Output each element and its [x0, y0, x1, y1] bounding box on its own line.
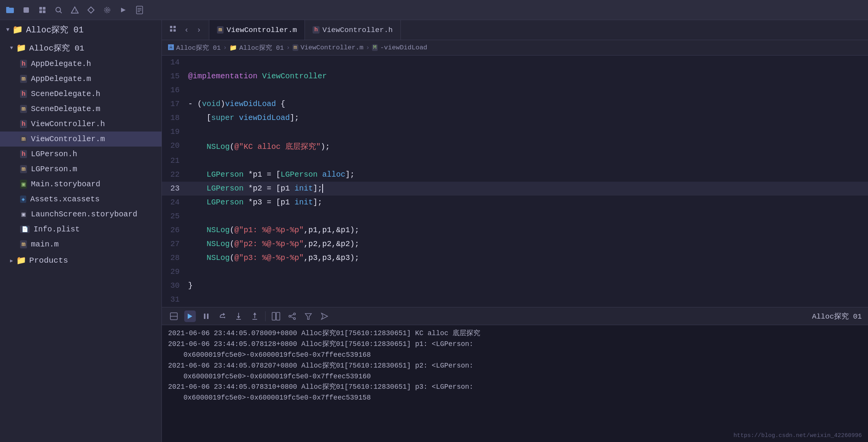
file-label: Info.plist — [34, 225, 80, 234]
sidebar-item-main-m[interactable]: m main.m — [0, 237, 161, 252]
code-line-21: 21 — [162, 154, 868, 168]
code-line-23: 23 LGPerson *p2 = [p1 init]; — [162, 182, 868, 196]
line-num-14: 14 — [162, 56, 185, 69]
sidebar-item-main-storyboard[interactable]: ▣ Main.storyboard — [0, 177, 161, 192]
project-root-label: Alloc探究 01 — [26, 24, 84, 35]
stop-toolbar-icon[interactable] — [21, 5, 32, 15]
code-line-30: 30 } — [162, 279, 868, 293]
sb-file-icon: ▣ — [20, 180, 27, 189]
line-content-21 — [185, 154, 868, 159]
split-console-icon[interactable] — [270, 310, 282, 322]
svg-marker-32 — [237, 316, 240, 319]
sidebar-group-alloc[interactable]: ▼ 📁 Alloc探究 01 — [0, 39, 161, 56]
editor-area: ‹ › m ViewController.m h ViewController.… — [162, 20, 868, 442]
tab-grid-icon[interactable] — [167, 24, 179, 36]
doc-toolbar-icon[interactable] — [134, 5, 145, 15]
console-layout-icon[interactable] — [168, 310, 180, 322]
search-toolbar-icon[interactable] — [53, 5, 64, 15]
arrow-right-toolbar-icon[interactable] — [118, 5, 129, 15]
breadcrumb-func-icon: M — [372, 44, 378, 51]
folder-toolbar-icon[interactable] — [5, 5, 15, 15]
svg-line-43 — [291, 317, 294, 318]
breadcrumb-sep1: › — [223, 44, 227, 51]
breadcrumb-sep3: › — [366, 44, 370, 51]
file-label: main.m — [31, 240, 59, 249]
products-triangle-icon: ▶ — [10, 258, 13, 264]
breadcrumb-xcode-icon: 🅰 — [168, 44, 174, 51]
plist-file-icon: 📄 — [20, 226, 30, 233]
svg-rect-38 — [276, 312, 280, 320]
line-content-27: NSLog(@"p2: %@-%p-%p",p2,p2,&p2); — [185, 237, 868, 251]
sidebar-item-viewcontroller-m[interactable]: m ViewController.m — [0, 132, 161, 147]
breadcrumb-file[interactable]: ViewController.m — [301, 44, 363, 51]
line-content-30: } — [185, 279, 868, 292]
step-out-icon[interactable] — [249, 310, 261, 322]
breadcrumb-method[interactable]: -viewDidLoad — [380, 44, 427, 51]
code-line-24: 24 LGPerson *p3 = [p1 init]; — [162, 196, 868, 209]
sidebar-item-lgperson-h[interactable]: h LGPerson.h — [0, 147, 161, 162]
pause-icon[interactable] — [200, 310, 212, 322]
breadcrumb-group[interactable]: Alloc探究 01 — [239, 43, 284, 52]
line-content-26: NSLog(@"p1: %@-%p-%p",p1,p1,&p1); — [185, 223, 868, 237]
breadcrumb-folder-icon: 📁 — [229, 44, 237, 52]
products-folder-icon: 📁 — [16, 256, 26, 265]
svg-marker-44 — [305, 314, 311, 319]
step-into-icon[interactable] — [233, 310, 244, 322]
svg-rect-6 — [43, 10, 45, 13]
diamond-toolbar-icon[interactable] — [86, 5, 96, 15]
sidebar-item-appdelegate-m[interactable]: m AppDelegate.m — [0, 71, 161, 86]
code-line-18: 18 [super viewDidLoad]; — [162, 111, 868, 125]
sidebar-item-viewcontroller-h[interactable]: h ViewController.h — [0, 116, 161, 132]
send-icon[interactable] — [319, 310, 330, 322]
console-line-1: 2021-06-06 23:44:05.078009+0800 Alloc探究0… — [168, 328, 862, 339]
breadcrumb-m-icon: m — [293, 44, 298, 51]
line-content-14 — [185, 56, 868, 60]
code-area[interactable]: 14 15 @implementation ViewController 16 … — [162, 56, 868, 307]
sidebar-project-root[interactable]: ▼ 📁 Alloc探究 01 — [0, 20, 161, 39]
code-line-15: 15 @implementation ViewController — [162, 69, 868, 83]
line-content-24: LGPerson *p3 = [p1 init]; — [185, 196, 868, 209]
line-content-18: [super viewDidLoad]; — [185, 111, 868, 125]
sidebar-item-appdelegate-h[interactable]: h AppDelegate.h — [0, 56, 161, 71]
sidebar-item-lgperson-m[interactable]: m LGPerson.m — [0, 162, 161, 177]
line-num-25: 25 — [162, 209, 185, 223]
console-line-7: 0x6000019fc5e0>-0x6000019fc5e0-0x7ffeec5… — [168, 393, 862, 403]
svg-line-8 — [60, 11, 62, 13]
tab-viewcontroller-m[interactable]: m ViewController.m — [209, 20, 305, 40]
sidebar-item-scenedelegate-m[interactable]: m SceneDelegate.m — [0, 101, 161, 116]
tab-forward-icon[interactable]: › — [194, 24, 204, 36]
code-line-29: 29 — [162, 265, 868, 279]
grid-toolbar-icon[interactable] — [37, 5, 48, 15]
svg-point-7 — [56, 7, 61, 12]
gear-toolbar-icon[interactable] — [102, 5, 113, 15]
sidebar-item-products[interactable]: ▶ 📁 Products — [0, 252, 161, 269]
tab-nav: ‹ › — [162, 20, 209, 40]
app-run-label: Alloc探究 01 — [812, 311, 862, 321]
console-output[interactable]: 2021-06-06 23:44:05.078009+0800 Alloc探究0… — [162, 325, 868, 442]
project-folder-icon: 📁 — [12, 25, 23, 35]
filter-icon[interactable] — [303, 310, 314, 322]
sidebar-item-launchscreen[interactable]: ▣ LaunchScreen.storyboard — [0, 207, 161, 222]
svg-point-40 — [294, 313, 296, 315]
breadcrumb-project[interactable]: Alloc探究 01 — [176, 43, 221, 52]
svg-rect-2 — [24, 7, 29, 13]
svg-rect-5 — [39, 10, 42, 13]
code-line-25: 25 — [162, 209, 868, 223]
line-content-22: LGPerson *p1 = [LGPerson alloc]; — [185, 168, 868, 181]
play-console-icon[interactable] — [184, 310, 196, 322]
sidebar-item-scenedelegate-h[interactable]: h SceneDelegate.h — [0, 86, 161, 101]
file-label: SceneDelegate.m — [31, 105, 100, 113]
sidebar-item-assets[interactable]: ◈ Assets.xcassets — [0, 192, 161, 207]
tab-back-icon[interactable]: ‹ — [182, 24, 191, 36]
main-toolbar: ! — [0, 0, 868, 20]
svg-marker-28 — [223, 313, 225, 316]
m-file-icon: m — [20, 240, 27, 248]
sidebar-item-info-plist[interactable]: 📄 Info.plist — [0, 222, 161, 237]
svg-marker-45 — [321, 313, 328, 319]
svg-point-39 — [289, 315, 291, 317]
share-icon[interactable] — [286, 310, 298, 322]
tab-viewcontroller-h[interactable]: h ViewController.h — [305, 20, 400, 40]
line-num-15: 15 — [162, 69, 185, 83]
step-over-icon[interactable] — [217, 310, 228, 322]
warning-toolbar-icon[interactable]: ! — [69, 5, 80, 15]
